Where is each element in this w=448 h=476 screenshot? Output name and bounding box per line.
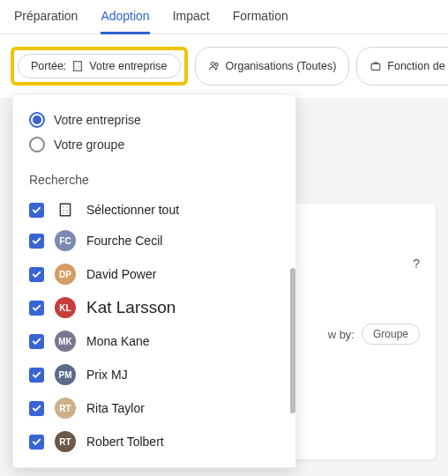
avatar: RT [55, 398, 76, 419]
radio-group-label: Votre groupe [54, 138, 124, 152]
tab-impact[interactable]: Impact [173, 9, 210, 33]
checkbox-checked-icon [29, 203, 44, 218]
radio-group[interactable]: Votre groupe [13, 132, 295, 157]
job-function-chip[interactable]: Fonction de travail (Tous) [356, 47, 448, 86]
svg-point-8 [215, 63, 218, 66]
checkbox-checked-icon [29, 401, 44, 416]
checkbox-checked-icon [29, 368, 44, 383]
person-name: Prix MJ [86, 368, 128, 382]
briefcase-icon [370, 60, 382, 72]
avatar: KL [55, 297, 76, 318]
filter-bar: Portée: Votre entreprise Organisations (… [0, 34, 448, 98]
scope-chip[interactable]: Portée: Votre entreprise [18, 54, 181, 78]
checkbox-checked-icon [29, 334, 44, 349]
svg-rect-0 [74, 62, 82, 71]
svg-rect-10 [60, 204, 70, 216]
person-name: Rita Taylor [86, 401, 145, 415]
person-row[interactable]: KLKat Larsson [13, 291, 295, 324]
person-name: Mona Kane [86, 334, 150, 348]
radio-enterprise[interactable]: Votre entreprise [13, 108, 295, 132]
person-name: Fourche Cecil [86, 234, 162, 248]
checkbox-checked-icon [29, 435, 44, 450]
select-all-label: Sélectionner tout [86, 203, 179, 217]
view-by-pill[interactable]: Groupe [362, 324, 420, 345]
tab-adoption[interactable]: Adoption [101, 9, 149, 34]
avatar: RT [55, 431, 76, 452]
person-name: Kat Larsson [86, 298, 175, 317]
person-row[interactable]: PMPrix MJ [13, 358, 295, 391]
avatar: DP [55, 264, 76, 285]
tab-preparation[interactable]: Préparation [14, 9, 78, 33]
radio-enterprise-label: Votre entreprise [54, 113, 141, 127]
svg-rect-9 [372, 63, 381, 70]
scope-value: Votre entreprise [89, 60, 167, 72]
organisations-chip[interactable]: Organisations (Toutes) [195, 47, 350, 86]
view-by-row: w by: Groupe [328, 324, 420, 345]
avatar: MK [55, 331, 76, 352]
people-icon [208, 60, 220, 72]
view-by-label: w by: [328, 328, 355, 341]
person-name: David Power [86, 267, 156, 281]
person-row[interactable]: FCFourche Cecil [13, 224, 295, 257]
top-tabs: Préparation Adoption Impact Formation [0, 0, 448, 34]
select-all-row[interactable]: Sélectionner tout [13, 196, 295, 224]
search-label: Recherche [13, 157, 295, 196]
person-name: Robert Tolbert [86, 435, 164, 449]
scrollbar[interactable] [290, 268, 295, 413]
svg-point-7 [211, 62, 214, 65]
person-row[interactable]: DPDavid Power [13, 257, 295, 291]
checkbox-checked-icon [29, 267, 44, 282]
building-icon [55, 202, 76, 218]
avatar: PM [55, 364, 76, 385]
person-row[interactable]: RTRobert Tolbert [13, 425, 295, 458]
radio-icon-checked [29, 112, 45, 128]
scope-dropdown-panel: Votre entreprise Votre groupe Recherche … [12, 94, 296, 468]
checkbox-checked-icon [29, 301, 44, 316]
content-area: ? w by: Groupe Votre entreprise Votre gr… [0, 98, 448, 476]
job-function-label: Fonction de travail (Tous) [387, 60, 448, 72]
people-list: Sélectionner tout FCFourche CecilDPDavid… [13, 196, 295, 458]
card-question-tail: ? [413, 257, 420, 271]
radio-icon-unchecked [29, 137, 45, 152]
organisations-label: Organisations (Toutes) [226, 60, 337, 72]
avatar: FC [55, 230, 76, 251]
checkbox-checked-icon [29, 234, 44, 249]
person-row[interactable]: RTRita Taylor [13, 391, 295, 425]
person-row[interactable]: MKMona Kane [13, 324, 295, 358]
tab-formation[interactable]: Formation [233, 9, 288, 33]
building-icon [71, 60, 84, 72]
scope-highlight: Portée: Votre entreprise [11, 47, 188, 86]
scope-prefix: Portée: [31, 60, 66, 72]
